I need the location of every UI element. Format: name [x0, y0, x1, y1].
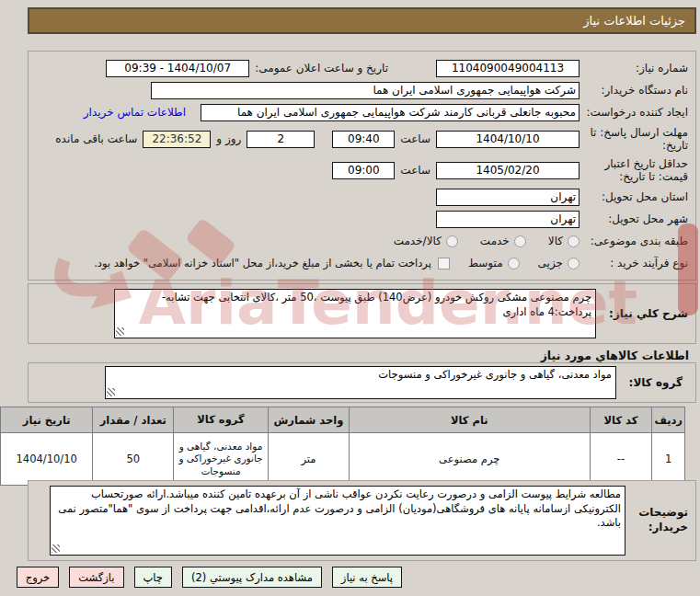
process-option-medium-label: متوسط	[468, 257, 503, 269]
buyer-notes-section: توضیحات خریدار:	[28, 480, 696, 561]
price-validity-hour-label: ساعت	[400, 164, 430, 177]
radio-medium-icon[interactable]	[508, 258, 520, 269]
subject-option-goods[interactable]: کالا	[548, 235, 580, 247]
reply-to-need-button[interactable]: پاسخ به نیاز	[332, 567, 402, 588]
exit-button[interactable]: خروج	[17, 567, 59, 588]
treasury-payment-option[interactable]: پرداخت تمام یا بخشی از مبلغ خرید،از محل …	[94, 257, 450, 269]
row-city: شهر محل تحویل:	[36, 210, 688, 228]
announce-datetime-label: تاریخ و ساعت اعلان عمومی:	[255, 62, 388, 74]
price-validity-time-input[interactable]	[332, 162, 395, 179]
countdown-time-field	[143, 131, 211, 148]
need-description-wrap	[114, 289, 596, 338]
subject-option-goods-service[interactable]: کالا/خدمت	[394, 235, 458, 247]
col-header-quantity: تعداد / مقدار	[93, 407, 174, 433]
goods-group-textarea[interactable]	[105, 366, 616, 399]
col-header-row-number: ردیف	[652, 407, 685, 433]
col-header-unit: واحد شمارش	[268, 407, 349, 433]
row-need-number: شماره نیاز: تاریخ و ساعت اعلان عمومی:	[36, 59, 688, 77]
tender-detail-page: جزئیات اطلاعات نیاز شماره نیاز: تاریخ و …	[0, 0, 700, 596]
cell-quantity: 50	[93, 433, 174, 486]
subject-option-goods-label: کالا	[548, 235, 563, 247]
row-price-validity: حداقل تاریخ اعتبار قیمت: تا تاریخ: ساعت	[36, 156, 688, 184]
radio-minor-icon[interactable]	[568, 258, 580, 269]
city-input[interactable]	[436, 211, 580, 228]
city-label: شهر محل تحویل:	[585, 212, 688, 225]
radio-goods-icon[interactable]	[568, 235, 580, 247]
request-creator-label: ایجاد کننده درخواست:	[585, 106, 688, 119]
subject-option-service[interactable]: خدمت	[480, 235, 526, 247]
row-province: استان محل تحویل:	[36, 188, 688, 206]
cell-row-number: 1	[652, 433, 685, 486]
reply-deadline-label: مهلت ارسال پاسخ: تا تاریخ:	[585, 126, 688, 153]
page-title: جزئیات اطلاعات نیاز	[583, 14, 685, 28]
need-number-input[interactable]	[436, 60, 580, 77]
countdown-days-input[interactable]	[247, 131, 315, 148]
row-process-type: نوع فرآیند خرید : جزیی متوسط پرداخت تمام…	[36, 254, 688, 272]
need-description-label: شرح کلي نیاز:	[596, 307, 688, 320]
subject-option-goods-service-label: کالا/خدمت	[394, 235, 442, 247]
province-label: استان محل تحویل:	[585, 190, 688, 203]
request-creator-input[interactable]	[201, 104, 580, 121]
need-description-textarea[interactable]	[114, 289, 596, 338]
row-reply-deadline: مهلت ارسال پاسخ: تا تاریخ: ساعت روز و سا…	[36, 125, 688, 153]
process-type-label: نوع فرآیند خرید :	[585, 257, 688, 269]
process-option-minor-label: جزیی	[538, 257, 563, 269]
need-description-section: شرح کلي نیاز:	[28, 283, 696, 344]
action-button-bar: پاسخ به نیاز مشاهده مدارک پیوستي (2) چاپ…	[17, 567, 402, 588]
subject-option-service-label: خدمت	[480, 235, 510, 247]
buyer-org-input[interactable]	[151, 82, 580, 99]
print-button[interactable]: چاپ	[134, 567, 172, 588]
row-subject-class: طبقه بندی موضوعی: کالا خدمت کالا/خدمت	[36, 232, 688, 250]
cell-item-name: چرم مصنوعی	[349, 433, 590, 486]
col-header-item-code: کد کالا	[590, 407, 652, 433]
cell-need-date: 1404/10/10	[1, 433, 93, 486]
reply-deadline-hour-label: ساعت	[400, 132, 430, 145]
reply-deadline-time-input[interactable]	[332, 131, 395, 148]
province-input[interactable]	[436, 189, 580, 206]
goods-group-label: گروه کالا:	[616, 376, 683, 389]
reply-deadline-date-input[interactable]	[436, 131, 580, 148]
need-number-label: شماره نیاز:	[585, 62, 688, 74]
buyer-notes-textarea[interactable]	[50, 486, 625, 556]
col-header-group: گروه کالا	[174, 407, 269, 433]
countdown-suffix-label: ساعت باقی مانده	[55, 132, 137, 145]
goods-group-wrap	[105, 366, 616, 399]
price-validity-label: حداقل تاریخ اعتبار قیمت: تا تاریخ:	[585, 157, 688, 184]
view-attachments-button[interactable]: مشاهده مدارک پیوستي (2)	[182, 567, 322, 588]
goods-table: ردیف کد کالا نام کالا واحد شمارش گروه کا…	[0, 407, 685, 486]
table-row: 1 -- چرم مصنوعی متر مواد معدنی، گیاهی و …	[1, 433, 685, 486]
radio-goods-service-icon[interactable]	[446, 235, 458, 247]
treasury-payment-label: پرداخت تمام یا بخشی از مبلغ خرید،از محل …	[94, 257, 431, 269]
countdown-days-label: روز و	[216, 132, 241, 145]
back-button[interactable]: بازگشت	[69, 567, 123, 588]
price-validity-date-input[interactable]	[436, 162, 580, 179]
page-title-bar: جزئیات اطلاعات نیاز	[28, 7, 696, 34]
buyer-org-label: نام دستگاه خریدار:	[585, 84, 688, 97]
col-header-need-date: تاریخ نیاز	[1, 407, 93, 433]
buyer-contact-link[interactable]: اطلاعات تماس خریدار	[84, 106, 186, 119]
goods-table-header-row: ردیف کد کالا نام کالا واحد شمارش گروه کا…	[1, 407, 685, 433]
cell-item-code: --	[590, 433, 652, 486]
buyer-notes-wrap	[50, 486, 625, 556]
row-buyer-org: نام دستگاه خریدار:	[36, 81, 688, 99]
col-header-item-name: نام کالا	[349, 407, 590, 433]
row-request-creator: ایجاد کننده درخواست: اطلاعات تماس خریدار	[36, 103, 688, 121]
goods-info-heading: اطلاعات کالاهاي مورد نیاز	[541, 349, 689, 362]
announce-datetime-input[interactable]	[106, 60, 249, 77]
cell-unit: متر	[268, 433, 349, 486]
cell-group: مواد معدنی، گیاهی و جانوری غیرخوراکی و م…	[174, 433, 269, 486]
radio-service-icon[interactable]	[514, 235, 526, 247]
treasury-checkbox-icon[interactable]	[438, 258, 450, 269]
process-option-medium[interactable]: متوسط	[468, 257, 520, 269]
subject-class-label: طبقه بندی موضوعی:	[585, 235, 688, 247]
buyer-notes-label: توضیحات خریدار:	[625, 506, 688, 534]
goods-group-section: گروه کالا:	[28, 362, 696, 403]
need-info-form: شماره نیاز: تاریخ و ساعت اعلان عمومی: نا…	[28, 51, 696, 281]
process-option-minor[interactable]: جزیی	[538, 257, 580, 269]
